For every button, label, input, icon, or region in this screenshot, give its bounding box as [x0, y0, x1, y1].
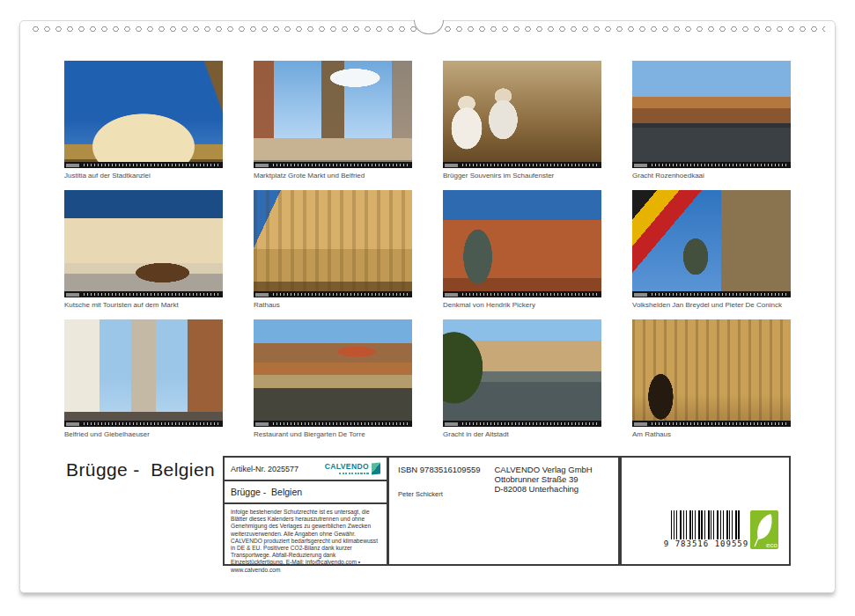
photo-caption: Marktplatz Grote Markt und Belfried — [254, 172, 412, 180]
publisher-box: ISBN 9783516109559 Peter Schickert CALVE… — [387, 456, 620, 566]
calendar-thumb-january: Justitia auf der Stadtkanzlei — [64, 61, 223, 180]
publisher-address: CALVENDO Verlag GmbH Ottobrunner Straße … — [495, 465, 593, 498]
photo-caption: Volkshelden Jan Breydel und Pieter De Co… — [632, 301, 791, 310]
isbn-number: ISBN 9783516109559 — [398, 465, 481, 474]
photo-caption: Rathaus — [254, 301, 412, 310]
article-number: Artikel-Nr. 2025577 — [231, 465, 299, 473]
calendar-datebar — [443, 291, 601, 297]
calendar-thumb-september: Belfried und Giebelhaeuser — [64, 319, 223, 439]
photo-caption: Belfried und Giebelhaeuser — [64, 430, 223, 439]
photo-rozenhoedkaai — [632, 61, 791, 168]
month-thumbnail-grid: Justitia auf der Stadtkanzlei Marktplatz… — [64, 61, 791, 439]
calvendo-tagline — [339, 473, 369, 474]
calendar-thumb-march: Brügger Souvenirs im Schaufenster — [443, 61, 601, 180]
photo-caption: Denkmal von Hendrik Pickery — [443, 301, 601, 310]
product-title-row: Brügge - Belgien — [225, 481, 387, 504]
calendar-datebar — [64, 162, 223, 168]
product-info-box: Artikel-Nr. 2025577 CALVENDO Brügge - Be… — [223, 456, 388, 566]
eco-leaf-icon: eco — [750, 510, 778, 549]
ean-barcode — [671, 510, 741, 539]
publisher-street: Ottobrunner Straße 39 — [495, 474, 593, 484]
barcode-digits: 9 783516 109559 — [662, 539, 750, 548]
photo-am-rathaus — [632, 319, 791, 427]
calendar-thumb-may: Kutsche mit Touristen auf dem Markt — [64, 190, 223, 310]
photo-de-torre — [254, 319, 412, 427]
calendar-datebar — [443, 421, 601, 427]
calendar-thumb-april: Gracht Rozenhoedkaai — [632, 61, 791, 180]
photo-gracht-altstadt — [443, 319, 601, 427]
calendar-thumb-november: Gracht in der Altstadt — [443, 319, 601, 439]
calendar-datebar — [254, 162, 412, 168]
photo-caption: Kutsche mit Touristen auf dem Markt — [64, 301, 223, 310]
calendar-datebar — [64, 291, 223, 297]
calendar-datebar — [632, 421, 791, 427]
calvendo-logo: CALVENDO — [325, 463, 380, 474]
calendar-datebar — [64, 421, 223, 427]
publisher-name: CALVENDO Verlag GmbH — [495, 465, 593, 474]
calendar-datebar — [254, 291, 412, 297]
calendar-datebar — [443, 162, 601, 168]
photo-volkshelden — [632, 190, 791, 297]
photo-kutsche — [64, 190, 223, 297]
calendar-back-sheet: Justitia auf der Stadtkanzlei Marktplatz… — [19, 20, 836, 593]
barcode-box: 9 783516 109559 eco — [620, 456, 791, 566]
photo-marktplatz — [254, 61, 412, 168]
article-row: Artikel-Nr. 2025577 CALVENDO — [225, 458, 387, 481]
photo-souvenirs — [443, 61, 601, 168]
publisher-city: D-82008 Unterhaching — [495, 484, 593, 494]
calendar-thumb-june: Rathaus — [254, 190, 412, 310]
photo-belfried-giebelhaeuser — [64, 319, 223, 427]
photo-rathaus — [254, 190, 412, 297]
svg-text:eco: eco — [766, 541, 778, 549]
page-title: Brügge - Belgien — [66, 459, 215, 480]
legal-text: Infolge bestehender Schutzrechte ist es … — [225, 504, 387, 578]
photo-caption: Gracht in der Altstadt — [443, 430, 601, 439]
calendar-thumb-july: Denkmal von Hendrik Pickery — [443, 190, 601, 310]
photo-caption: Gracht Rozenhoedkaai — [632, 172, 791, 180]
calvendo-logo-icon — [372, 462, 380, 474]
photo-caption: Justitia auf der Stadtkanzlei — [64, 172, 223, 180]
calendar-thumb-december: Am Rathaus — [632, 319, 791, 439]
calendar-datebar — [632, 291, 791, 297]
author-name: Peter Schickert — [398, 490, 481, 498]
calendar-thumb-august: Volkshelden Jan Breydel und Pieter De Co… — [632, 190, 791, 310]
calendar-thumb-february: Marktplatz Grote Markt und Belfried — [254, 61, 412, 180]
photo-caption: Am Rathaus — [632, 430, 791, 439]
photo-denkmal — [443, 190, 601, 297]
calendar-thumb-october: Restaurant und Biergarten De Torre — [254, 319, 412, 439]
photo-caption: Restaurant und Biergarten De Torre — [254, 430, 412, 439]
calendar-datebar — [632, 162, 791, 168]
photo-justitia — [64, 61, 223, 168]
calendar-datebar — [254, 421, 412, 427]
calvendo-logo-text: CALVENDO — [325, 463, 369, 471]
photo-caption: Brügger Souvenirs im Schaufenster — [443, 172, 601, 180]
product-title: Brügge - Belgien — [231, 487, 302, 497]
